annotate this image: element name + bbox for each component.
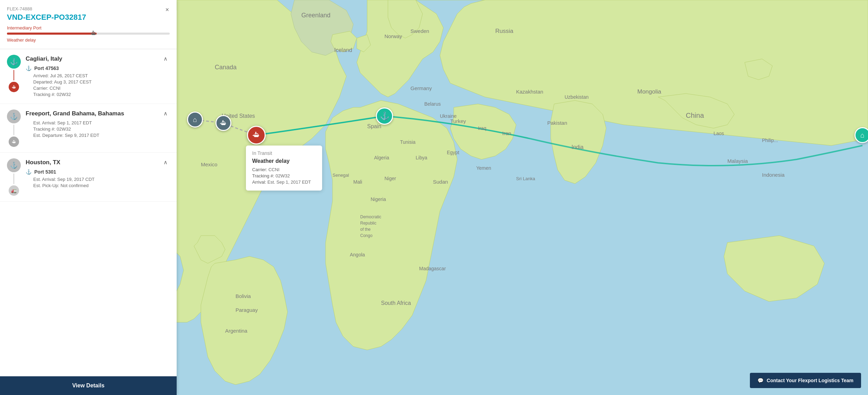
svg-text:China: China — [686, 112, 704, 119]
houston-port-label: Port 5301 — [34, 169, 56, 175]
cagliari-departed: Departed: Aug 3, 2017 CEST — [26, 79, 170, 85]
svg-text:Laos: Laos — [714, 131, 724, 136]
stop-cagliari: ⚓ ⛴ Cagliari, Italy ∧ ⚓ Port 47563 Arriv… — [0, 49, 177, 104]
svg-text:Senegal: Senegal — [333, 173, 349, 178]
stop-icon-col-houston: ⚓ 🚛 — [7, 158, 21, 196]
cagliari-city: Cagliari, Italy — [26, 55, 62, 62]
connector-houston — [14, 174, 14, 184]
svg-text:Niger: Niger — [384, 176, 396, 181]
svg-text:Uzbekistan: Uzbekistan — [565, 94, 588, 100]
tooltip-arrival: Arrival: Est. Sep 1, 2017 EDT — [252, 179, 316, 185]
svg-text:Mexico: Mexico — [201, 161, 218, 167]
tooltip-delay: Weather delay — [252, 158, 316, 164]
freeport-chevron[interactable]: ∧ — [161, 109, 170, 117]
cagliari-title-row[interactable]: Cagliari, Italy ∧ — [26, 55, 170, 63]
stop-content-houston: Houston, TX ∧ ⚓ Port 5301 Est. Arrival: … — [26, 158, 170, 189]
stops-list: ⚓ ⛴ Cagliari, Italy ∧ ⚓ Port 47563 Arriv… — [0, 49, 177, 376]
svg-text:Congo: Congo — [360, 233, 373, 238]
svg-text:Republic: Republic — [360, 221, 377, 226]
houston-details: ⚓ Port 5301 Est. Arrival: Sep 19, 2017 C… — [26, 169, 170, 188]
svg-text:Iran: Iran — [502, 130, 511, 136]
stop-icon-col-cagliari: ⚓ ⛴ — [7, 55, 21, 92]
stop-content-freeport: Freeport, Grand Bahama, Bahamas ∧ Est. A… — [26, 109, 170, 139]
freeport-tracking: Tracking #: 02W32 — [26, 126, 170, 132]
progress-ship-icon: ⛴ — [90, 30, 97, 37]
svg-text:Paraguay: Paraguay — [236, 307, 258, 313]
stop-freeport: ⚓ ⛴ Freeport, Grand Bahama, Bahamas ∧ Es… — [0, 104, 177, 153]
stop-content-cagliari: Cagliari, Italy ∧ ⚓ Port 47563 Arrived: … — [26, 55, 170, 98]
flex-id: FLEX-74888 — [7, 6, 170, 11]
houston-est-pickup: Est. Pick-Up: Not confirmed — [26, 183, 170, 188]
svg-text:Iceland: Iceland — [334, 47, 352, 53]
destination-marker: ⌂ — [854, 127, 868, 143]
cagliari-port-marker: ⚓ — [376, 107, 393, 125]
svg-text:Bolivia: Bolivia — [236, 293, 251, 299]
svg-text:Greenland: Greenland — [301, 12, 330, 19]
freeport-title-row[interactable]: Freeport, Grand Bahama, Bahamas ∧ — [26, 109, 170, 117]
shipment-id: VND-EXCEP-PO32817 — [7, 13, 170, 22]
cagliari-port-icon: ⚓ — [7, 55, 21, 69]
houston-city: Houston, TX — [26, 159, 60, 166]
cagliari-chevron[interactable]: ∧ — [161, 55, 170, 63]
contact-btn-label: Contact Your Flexport Logistics Team — [767, 378, 853, 383]
contact-chat-icon: 💬 — [758, 378, 763, 383]
freeport-est-departure: Est. Departure: Sep 9, 2017 EDT — [26, 133, 170, 138]
svg-text:of the: of the — [360, 227, 371, 232]
svg-text:Sudan: Sudan — [433, 179, 448, 185]
houston-chevron[interactable]: ∧ — [161, 158, 170, 166]
svg-text:South Africa: South Africa — [381, 300, 411, 306]
houston-port-icon: ⚓ — [7, 158, 21, 172]
sidebar-panel: × FLEX-74888 VND-EXCEP-PO32817 Intermedi… — [0, 0, 177, 395]
sidebar-header: × FLEX-74888 VND-EXCEP-PO32817 Intermedi… — [0, 0, 177, 49]
tooltip-status: In Transit — [252, 150, 316, 156]
svg-text:Canada: Canada — [215, 64, 237, 71]
view-details-button[interactable]: View Details — [0, 376, 177, 395]
svg-text:Norway: Norway — [384, 33, 402, 39]
stop-houston: ⚓ 🚛 Houston, TX ∧ ⚓ Port 5301 Est. Arriv… — [0, 153, 177, 202]
stop-icon-col-freeport: ⚓ ⛴ — [7, 109, 21, 147]
svg-text:Pakistan: Pakistan — [547, 120, 567, 126]
cagliari-port-icon-sm: ⚓ — [26, 65, 32, 71]
svg-text:Angola: Angola — [350, 252, 365, 257]
close-button[interactable]: × — [162, 5, 172, 15]
svg-text:Nigeria: Nigeria — [371, 196, 386, 202]
ship-tooltip: In Transit Weather delay Carrier: CCNI T… — [246, 146, 322, 191]
svg-text:Kazakhstan: Kazakhstan — [516, 89, 543, 95]
freeport-details: Est. Arrival: Sep 1, 2017 EDT Tracking #… — [26, 120, 170, 138]
svg-text:Madagascar: Madagascar — [419, 266, 446, 271]
svg-text:Mongolia: Mongolia — [637, 88, 662, 95]
progress-bar-fill — [7, 33, 97, 35]
cagliari-port-row: ⚓ Port 47563 — [26, 65, 170, 71]
contact-logistics-button[interactable]: 💬 Contact Your Flexport Logistics Team — [750, 373, 861, 388]
svg-text:Philip...: Philip... — [762, 138, 778, 143]
intermediate-ship-marker: ⛴ — [215, 115, 231, 131]
progress-section: Intermediary Port ⛴ Weather delay — [7, 25, 170, 43]
houston-truck-icon: 🚛 — [9, 185, 19, 196]
svg-text:Yemen: Yemen — [476, 165, 491, 171]
svg-text:Germany: Germany — [410, 85, 432, 91]
cagliari-carrier: Carrier: CCNI — [26, 86, 170, 91]
freeport-est-arrival: Est. Arrival: Sep 1, 2017 EDT — [26, 120, 170, 125]
svg-text:Mali: Mali — [353, 179, 362, 185]
svg-text:Indonesia: Indonesia — [762, 172, 785, 178]
progress-bar-container: ⛴ — [7, 33, 170, 35]
freeport-city: Freeport, Grand Bahama, Bahamas — [26, 110, 124, 117]
tooltip-carrier: Carrier: CCNI — [252, 167, 316, 172]
cagliari-details: ⚓ Port 47563 Arrived: Jul 26, 2017 CEST … — [26, 65, 170, 97]
svg-text:Iraq: Iraq — [478, 125, 486, 131]
progress-label: Intermediary Port — [7, 25, 170, 30]
houston-title-row[interactable]: Houston, TX ∧ — [26, 158, 170, 166]
houston-port-row: ⚓ Port 5301 — [26, 169, 170, 175]
svg-text:Argentina: Argentina — [225, 328, 248, 334]
svg-text:Sri Lanka: Sri Lanka — [516, 176, 535, 181]
cagliari-arrived: Arrived: Jul 26, 2017 CEST — [26, 73, 170, 78]
weather-delay-label: Weather delay — [7, 37, 170, 43]
svg-text:India: India — [572, 144, 584, 150]
svg-text:Turkey: Turkey — [450, 118, 466, 124]
tooltip-tracking: Tracking #: 02W32 — [252, 173, 316, 178]
freeport-sub-ship-icon: ⛴ — [9, 137, 19, 147]
active-ship-marker[interactable]: ⛴ — [247, 126, 266, 144]
cagliari-port-label: Port 47563 — [34, 65, 59, 71]
svg-text:Egypt: Egypt — [447, 150, 459, 155]
svg-text:Tunisia: Tunisia — [400, 139, 416, 145]
